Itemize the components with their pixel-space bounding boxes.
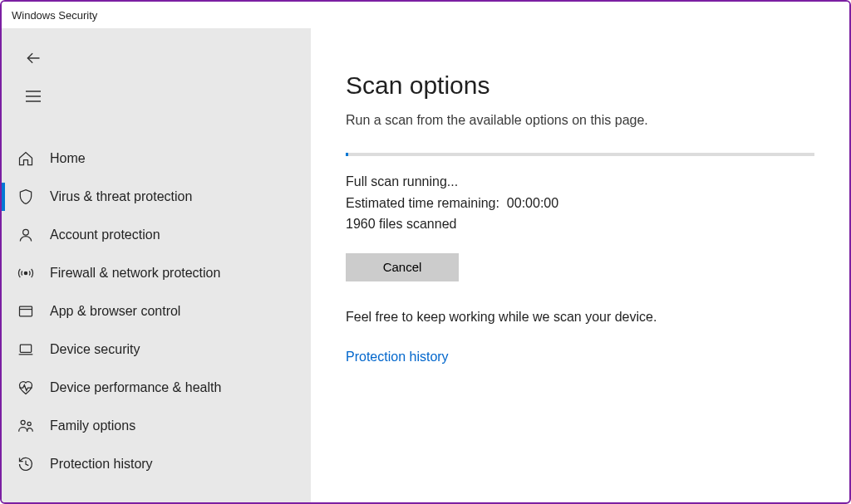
hamburger-icon bbox=[26, 91, 41, 102]
svg-rect-6 bbox=[20, 306, 32, 316]
link-label: Protection history bbox=[346, 350, 449, 364]
nav-item-label: Home bbox=[50, 151, 86, 166]
scan-note: Feel free to keep working while we scan … bbox=[346, 310, 814, 325]
home-icon bbox=[17, 149, 35, 168]
family-icon bbox=[17, 417, 35, 435]
shield-icon bbox=[17, 188, 35, 206]
cancel-button[interactable]: Cancel bbox=[346, 253, 459, 281]
nav-item-label: App & browser control bbox=[50, 304, 180, 319]
history-icon bbox=[17, 455, 35, 473]
page-title: Scan options bbox=[346, 71, 814, 100]
nav-item-label: Device security bbox=[50, 342, 140, 357]
heart-rate-icon bbox=[17, 379, 35, 397]
nav-item-label: Device performance & health bbox=[50, 380, 221, 395]
svg-point-5 bbox=[24, 272, 27, 274]
nav-item-label: Protection history bbox=[50, 457, 153, 472]
nav-toggle-button[interactable] bbox=[20, 83, 47, 110]
scan-progress-bar bbox=[346, 153, 814, 156]
nav-item-home[interactable]: Home bbox=[2, 139, 311, 178]
page-subtitle: Run a scan from the available options on… bbox=[346, 113, 814, 128]
svg-point-4 bbox=[23, 229, 29, 235]
antenna-icon bbox=[17, 264, 35, 282]
svg-point-10 bbox=[21, 420, 25, 424]
person-icon bbox=[17, 226, 35, 244]
files-scanned-value: 1960 bbox=[346, 217, 376, 231]
scan-status: Full scan running... bbox=[346, 171, 814, 193]
arrow-left-icon bbox=[25, 50, 42, 66]
browser-icon bbox=[17, 302, 35, 321]
nav-item-performance[interactable]: Device performance & health bbox=[2, 369, 311, 407]
nav-item-device-security[interactable]: Device security bbox=[2, 330, 311, 369]
nav-item-protection-history[interactable]: Protection history bbox=[2, 445, 311, 483]
nav-item-family[interactable]: Family options bbox=[2, 407, 311, 445]
nav-item-label: Account protection bbox=[50, 228, 160, 242]
nav-item-account[interactable]: Account protection bbox=[2, 216, 311, 254]
files-scanned-label: files scanned bbox=[379, 217, 456, 231]
nav-item-app-browser[interactable]: App & browser control bbox=[2, 292, 311, 330]
time-remaining-value: 00:00:00 bbox=[507, 196, 558, 210]
protection-history-link[interactable]: Protection history bbox=[346, 350, 449, 365]
svg-point-11 bbox=[27, 422, 31, 425]
nav-item-label: Firewall & network protection bbox=[50, 266, 220, 281]
files-scanned: 1960 files scanned bbox=[346, 213, 814, 235]
time-remaining-label: Estimated time remaining: bbox=[346, 196, 499, 210]
scan-progress-fill bbox=[346, 153, 348, 156]
window-title: Windows Security bbox=[12, 9, 97, 22]
nav-item-firewall[interactable]: Firewall & network protection bbox=[2, 254, 311, 292]
nav-item-label: Virus & threat protection bbox=[50, 189, 192, 204]
nav-item-label: Family options bbox=[50, 418, 135, 433]
nav-list: Home Virus & threat protection Accoun bbox=[2, 125, 311, 483]
cancel-button-label: Cancel bbox=[383, 260, 422, 274]
laptop-icon bbox=[17, 340, 35, 359]
sidebar: Home Virus & threat protection Accoun bbox=[2, 28, 311, 502]
back-button[interactable] bbox=[20, 45, 47, 71]
main-content: Scan options Run a scan from the availab… bbox=[311, 28, 849, 502]
time-remaining: Estimated time remaining: 00:00:00 bbox=[346, 193, 814, 214]
nav-item-virus-threat[interactable]: Virus & threat protection bbox=[2, 178, 311, 216]
svg-rect-8 bbox=[20, 345, 31, 352]
